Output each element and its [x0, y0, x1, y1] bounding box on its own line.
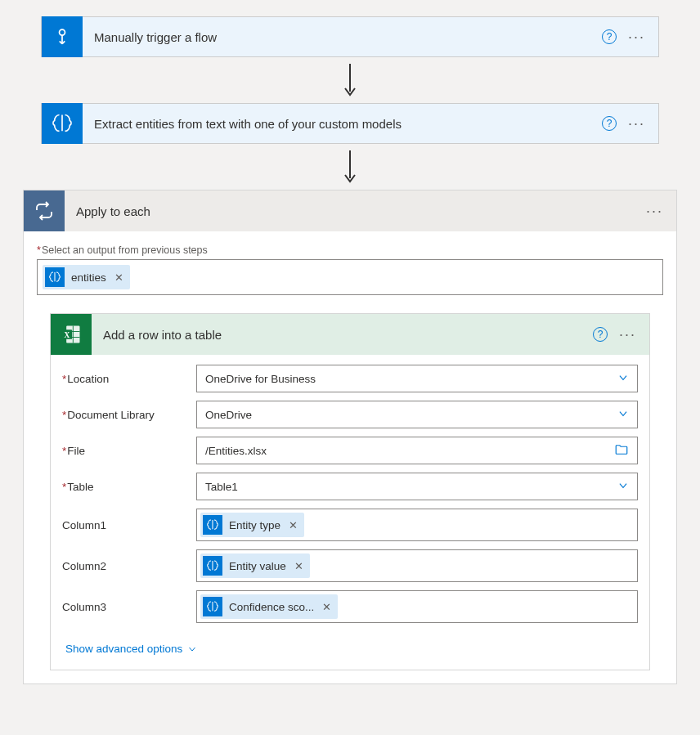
step-trigger-title: Manually trigger a flow: [83, 30, 602, 44]
help-icon[interactable]: ?: [602, 29, 617, 44]
more-menu[interactable]: ···: [628, 116, 645, 131]
token-entity-type[interactable]: Entity type ✕: [200, 513, 304, 537]
column3-field[interactable]: Confidence sco... ✕: [196, 590, 638, 623]
apply-header[interactable]: Apply to each ···: [24, 190, 676, 231]
loop-icon: [24, 190, 65, 231]
token-entity-value[interactable]: Entity value ✕: [200, 553, 310, 578]
excel-icon: X: [51, 314, 92, 355]
token-confidence-score[interactable]: Confidence sco... ✕: [200, 594, 338, 619]
connector-arrow: [0, 62, 700, 98]
location-label: *Location: [62, 373, 196, 385]
step-trigger[interactable]: Manually trigger a flow ? ···: [41, 16, 659, 57]
token-remove[interactable]: ✕: [287, 519, 298, 531]
step-extract[interactable]: Extract entities from text with one of y…: [41, 103, 659, 144]
token-remove[interactable]: ✕: [293, 560, 303, 572]
library-select[interactable]: OneDrive: [196, 401, 638, 428]
table-select[interactable]: Table1: [196, 473, 638, 500]
file-label: *File: [62, 445, 196, 457]
chevron-down-icon: [617, 372, 629, 386]
excel-header[interactable]: X Add a row into a table ? ···: [51, 314, 649, 355]
library-label: *Document Library: [62, 409, 196, 421]
svg-text:X: X: [64, 331, 70, 339]
help-icon[interactable]: ?: [602, 116, 617, 131]
trigger-icon: [42, 16, 83, 57]
ai-builder-icon: [203, 556, 222, 576]
chevron-down-icon: [617, 480, 629, 494]
more-menu[interactable]: ···: [628, 29, 645, 44]
file-picker[interactable]: /Entities.xlsx: [196, 437, 638, 464]
more-menu[interactable]: ···: [619, 327, 636, 342]
column2-label: Column2: [62, 560, 196, 572]
token-label: entities: [71, 271, 106, 284]
ai-builder-icon: [203, 515, 222, 535]
step-extract-title: Extract entities from text with one of y…: [83, 117, 602, 131]
column3-label: Column3: [62, 601, 196, 613]
token-remove[interactable]: ✕: [113, 271, 123, 284]
connector-arrow: [0, 149, 700, 185]
ai-builder-icon: [203, 597, 222, 616]
svg-point-0: [60, 29, 65, 35]
step-apply-to-each: Apply to each ··· *Select an output from…: [23, 190, 677, 684]
token-remove[interactable]: ✕: [321, 601, 331, 613]
ai-builder-icon: [42, 103, 83, 144]
excel-title: Add a row into a table: [92, 328, 593, 342]
folder-icon[interactable]: [614, 442, 629, 459]
show-advanced-options[interactable]: Show advanced options: [65, 643, 197, 655]
step-excel-add-row: X Add a row into a table ? ··· *Location…: [50, 313, 650, 670]
column1-field[interactable]: Entity type ✕: [196, 509, 638, 541]
column2-field[interactable]: Entity value ✕: [196, 549, 638, 582]
help-icon[interactable]: ?: [593, 327, 608, 342]
token-entities[interactable]: entities ✕: [43, 265, 130, 289]
apply-title: Apply to each: [65, 204, 646, 218]
apply-output-field[interactable]: entities ✕: [37, 259, 663, 295]
column1-label: Column1: [62, 519, 196, 531]
ai-builder-icon: [45, 267, 65, 287]
apply-select-label: *Select an output from previous steps: [37, 244, 663, 256]
location-select[interactable]: OneDrive for Business: [196, 365, 638, 392]
table-label: *Table: [62, 481, 196, 493]
more-menu[interactable]: ···: [646, 204, 663, 218]
chevron-down-icon: [617, 408, 629, 422]
